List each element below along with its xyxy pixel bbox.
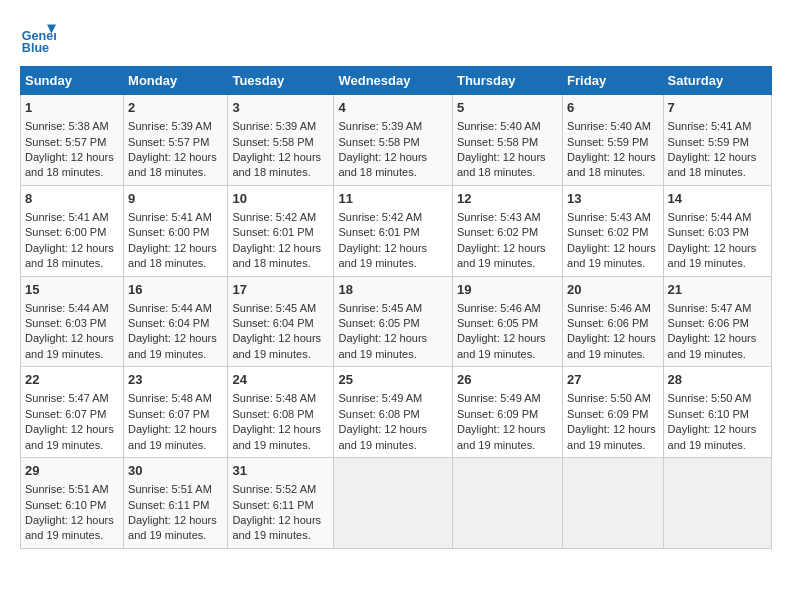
calendar-cell: 1Sunrise: 5:38 AMSunset: 5:57 PMDaylight… — [21, 95, 124, 186]
calendar-cell — [452, 458, 562, 549]
sunrise-label: Sunrise: 5:39 AM — [338, 120, 422, 132]
sunset-label: Sunset: 6:00 PM — [25, 226, 106, 238]
day-number: 12 — [457, 190, 558, 208]
daylight-label: Daylight: 12 hours and 19 minutes. — [338, 242, 427, 269]
day-header-wednesday: Wednesday — [334, 67, 453, 95]
calendar-cell: 7Sunrise: 5:41 AMSunset: 5:59 PMDaylight… — [663, 95, 771, 186]
daylight-label: Daylight: 12 hours and 18 minutes. — [567, 151, 656, 178]
day-number: 28 — [668, 371, 767, 389]
sunset-label: Sunset: 5:57 PM — [128, 136, 209, 148]
logo-icon: General Blue — [20, 20, 56, 56]
calendar-cell: 11Sunrise: 5:42 AMSunset: 6:01 PMDayligh… — [334, 185, 453, 276]
sunset-label: Sunset: 6:07 PM — [25, 408, 106, 420]
sunset-label: Sunset: 5:57 PM — [25, 136, 106, 148]
day-number: 31 — [232, 462, 329, 480]
sunset-label: Sunset: 6:09 PM — [567, 408, 648, 420]
svg-text:Blue: Blue — [22, 41, 49, 55]
day-number: 15 — [25, 281, 119, 299]
day-number: 19 — [457, 281, 558, 299]
sunset-label: Sunset: 6:03 PM — [25, 317, 106, 329]
calendar-cell: 29Sunrise: 5:51 AMSunset: 6:10 PMDayligh… — [21, 458, 124, 549]
sunset-label: Sunset: 6:10 PM — [668, 408, 749, 420]
day-number: 23 — [128, 371, 223, 389]
sunrise-label: Sunrise: 5:38 AM — [25, 120, 109, 132]
daylight-label: Daylight: 12 hours and 19 minutes. — [128, 332, 217, 359]
sunset-label: Sunset: 6:11 PM — [232, 499, 313, 511]
sunrise-label: Sunrise: 5:42 AM — [232, 211, 316, 223]
sunset-label: Sunset: 6:06 PM — [668, 317, 749, 329]
day-number: 29 — [25, 462, 119, 480]
daylight-label: Daylight: 12 hours and 19 minutes. — [232, 423, 321, 450]
sunset-label: Sunset: 5:58 PM — [457, 136, 538, 148]
sunrise-label: Sunrise: 5:50 AM — [668, 392, 752, 404]
calendar-cell — [563, 458, 663, 549]
sunset-label: Sunset: 6:05 PM — [457, 317, 538, 329]
sunrise-label: Sunrise: 5:40 AM — [457, 120, 541, 132]
calendar-cell: 8Sunrise: 5:41 AMSunset: 6:00 PMDaylight… — [21, 185, 124, 276]
daylight-label: Daylight: 12 hours and 19 minutes. — [567, 423, 656, 450]
page-header: General Blue — [20, 20, 772, 56]
daylight-label: Daylight: 12 hours and 18 minutes. — [25, 151, 114, 178]
sunset-label: Sunset: 6:00 PM — [128, 226, 209, 238]
sunrise-label: Sunrise: 5:47 AM — [668, 302, 752, 314]
day-number: 24 — [232, 371, 329, 389]
day-number: 17 — [232, 281, 329, 299]
sunrise-label: Sunrise: 5:49 AM — [338, 392, 422, 404]
calendar-cell: 16Sunrise: 5:44 AMSunset: 6:04 PMDayligh… — [124, 276, 228, 367]
daylight-label: Daylight: 12 hours and 19 minutes. — [457, 423, 546, 450]
sunset-label: Sunset: 6:08 PM — [232, 408, 313, 420]
day-number: 5 — [457, 99, 558, 117]
calendar-cell: 4Sunrise: 5:39 AMSunset: 5:58 PMDaylight… — [334, 95, 453, 186]
day-number: 11 — [338, 190, 448, 208]
day-number: 6 — [567, 99, 658, 117]
sunset-label: Sunset: 5:58 PM — [338, 136, 419, 148]
sunset-label: Sunset: 6:01 PM — [232, 226, 313, 238]
daylight-label: Daylight: 12 hours and 19 minutes. — [567, 242, 656, 269]
sunset-label: Sunset: 6:03 PM — [668, 226, 749, 238]
sunrise-label: Sunrise: 5:44 AM — [128, 302, 212, 314]
sunset-label: Sunset: 6:08 PM — [338, 408, 419, 420]
sunset-label: Sunset: 6:04 PM — [232, 317, 313, 329]
day-number: 14 — [668, 190, 767, 208]
sunrise-label: Sunrise: 5:44 AM — [25, 302, 109, 314]
sunset-label: Sunset: 5:59 PM — [668, 136, 749, 148]
daylight-label: Daylight: 12 hours and 18 minutes. — [25, 242, 114, 269]
calendar-week-4: 22Sunrise: 5:47 AMSunset: 6:07 PMDayligh… — [21, 367, 772, 458]
daylight-label: Daylight: 12 hours and 18 minutes. — [128, 242, 217, 269]
sunrise-label: Sunrise: 5:39 AM — [128, 120, 212, 132]
daylight-label: Daylight: 12 hours and 18 minutes. — [338, 151, 427, 178]
day-header-tuesday: Tuesday — [228, 67, 334, 95]
calendar-cell: 2Sunrise: 5:39 AMSunset: 5:57 PMDaylight… — [124, 95, 228, 186]
calendar-cell: 6Sunrise: 5:40 AMSunset: 5:59 PMDaylight… — [563, 95, 663, 186]
daylight-label: Daylight: 12 hours and 18 minutes. — [128, 151, 217, 178]
day-number: 20 — [567, 281, 658, 299]
daylight-label: Daylight: 12 hours and 19 minutes. — [232, 514, 321, 541]
calendar-week-3: 15Sunrise: 5:44 AMSunset: 6:03 PMDayligh… — [21, 276, 772, 367]
calendar-cell: 10Sunrise: 5:42 AMSunset: 6:01 PMDayligh… — [228, 185, 334, 276]
daylight-label: Daylight: 12 hours and 19 minutes. — [128, 423, 217, 450]
sunrise-label: Sunrise: 5:43 AM — [457, 211, 541, 223]
daylight-label: Daylight: 12 hours and 19 minutes. — [128, 514, 217, 541]
day-number: 8 — [25, 190, 119, 208]
calendar-cell: 31Sunrise: 5:52 AMSunset: 6:11 PMDayligh… — [228, 458, 334, 549]
sunrise-label: Sunrise: 5:48 AM — [232, 392, 316, 404]
day-header-saturday: Saturday — [663, 67, 771, 95]
sunrise-label: Sunrise: 5:45 AM — [338, 302, 422, 314]
calendar-cell: 12Sunrise: 5:43 AMSunset: 6:02 PMDayligh… — [452, 185, 562, 276]
calendar-cell: 25Sunrise: 5:49 AMSunset: 6:08 PMDayligh… — [334, 367, 453, 458]
calendar-week-1: 1Sunrise: 5:38 AMSunset: 5:57 PMDaylight… — [21, 95, 772, 186]
sunset-label: Sunset: 6:01 PM — [338, 226, 419, 238]
daylight-label: Daylight: 12 hours and 18 minutes. — [232, 151, 321, 178]
calendar-cell: 18Sunrise: 5:45 AMSunset: 6:05 PMDayligh… — [334, 276, 453, 367]
sunset-label: Sunset: 6:10 PM — [25, 499, 106, 511]
daylight-label: Daylight: 12 hours and 19 minutes. — [25, 514, 114, 541]
calendar-cell — [334, 458, 453, 549]
sunrise-label: Sunrise: 5:48 AM — [128, 392, 212, 404]
sunrise-label: Sunrise: 5:49 AM — [457, 392, 541, 404]
sunset-label: Sunset: 6:09 PM — [457, 408, 538, 420]
day-number: 9 — [128, 190, 223, 208]
sunset-label: Sunset: 5:59 PM — [567, 136, 648, 148]
daylight-label: Daylight: 12 hours and 19 minutes. — [25, 423, 114, 450]
daylight-label: Daylight: 12 hours and 19 minutes. — [457, 242, 546, 269]
calendar-cell — [663, 458, 771, 549]
